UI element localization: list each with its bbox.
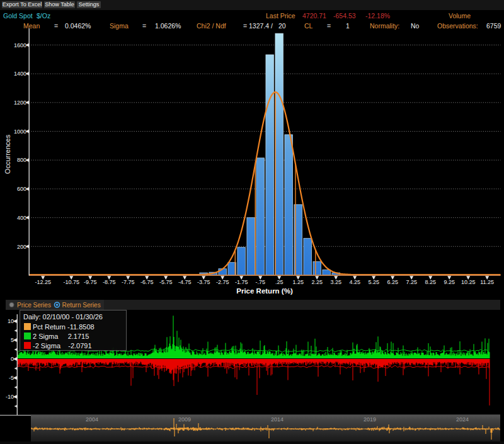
svg-text:2009: 2009 (178, 416, 191, 423)
svg-text:-12.18%: -12.18% (365, 12, 390, 20)
svg-text:1.0626%: 1.0626% (155, 22, 181, 30)
svg-text:-1.75: -1.75 (235, 279, 248, 285)
svg-text:Price Series: Price Series (17, 302, 51, 309)
svg-text:Price Return (%): Price Return (%) (236, 287, 293, 295)
svg-text:-2.75: -2.75 (216, 279, 229, 285)
svg-text:20: 20 (278, 22, 286, 30)
svg-text:200: 200 (17, 244, 26, 250)
svg-text:-5: -5 (9, 375, 14, 381)
svg-text:Gold Spot: Gold Spot (3, 12, 33, 20)
svg-text:Volume: Volume (449, 12, 471, 20)
svg-text:2024: 2024 (456, 416, 469, 423)
svg-text:10.25: 10.25 (461, 279, 476, 285)
svg-text:Return Series: Return Series (62, 302, 101, 309)
svg-text:1: 1 (346, 22, 350, 30)
svg-text:CL: CL (304, 22, 313, 30)
svg-text:800: 800 (17, 157, 26, 163)
svg-text:-10: -10 (6, 394, 14, 400)
svg-text:-7.75: -7.75 (122, 279, 135, 285)
svg-text:3.25: 3.25 (330, 279, 341, 285)
svg-text:2.25: 2.25 (311, 279, 323, 285)
svg-text:-8.75: -8.75 (103, 279, 116, 285)
svg-text:Occurrences: Occurrences (4, 134, 11, 174)
svg-text:=: = (327, 22, 331, 30)
svg-text:-12.25: -12.25 (35, 279, 51, 285)
svg-text:-.75: -.75 (255, 279, 265, 285)
svg-text:Chi2 / Ndf: Chi2 / Ndf (197, 22, 226, 30)
svg-text:Mean: Mean (23, 22, 40, 30)
svg-text:7.25: 7.25 (406, 279, 417, 285)
svg-text:11.25: 11.25 (480, 279, 494, 285)
svg-text:8.25: 8.25 (425, 279, 436, 285)
svg-text:-5.75: -5.75 (159, 279, 173, 285)
svg-text:.25: .25 (275, 279, 284, 285)
svg-text:9.25: 9.25 (444, 279, 455, 285)
svg-text:=: = (142, 22, 146, 30)
svg-text:5.25: 5.25 (368, 279, 379, 285)
svg-text:-2 Sigma -2.0791: -2 Sigma -2.0791 (33, 342, 92, 350)
svg-text:1400: 1400 (14, 71, 26, 77)
svg-text:600: 600 (17, 186, 26, 192)
svg-text:Normality:: Normality: (370, 22, 399, 30)
svg-text:0.0462%: 0.0462% (65, 22, 91, 30)
svg-text:Last Price: Last Price (266, 12, 295, 20)
svg-text:2 Sigma 2.1715: 2 Sigma 2.1715 (33, 333, 89, 340)
svg-text:-3.75: -3.75 (197, 279, 210, 285)
svg-text:=: = (54, 22, 58, 30)
svg-text:-9.75: -9.75 (84, 279, 97, 285)
svg-text:$/Oz: $/Oz (37, 12, 50, 20)
svg-text:1200: 1200 (14, 100, 26, 106)
svg-text:=: = (243, 22, 247, 30)
svg-text:6.25: 6.25 (387, 279, 398, 285)
svg-text:-4.75: -4.75 (178, 279, 192, 285)
svg-text:6759: 6759 (486, 22, 501, 30)
svg-text:1327.4 /: 1327.4 / (249, 22, 273, 30)
svg-text:-10.75: -10.75 (63, 279, 79, 285)
svg-text:Daily: 02/10/00 - 01/30/26: Daily: 02/10/00 - 01/30/26 (23, 313, 103, 321)
svg-text:1000: 1000 (14, 128, 26, 135)
svg-text:No: No (411, 22, 420, 30)
svg-text:2004: 2004 (86, 416, 98, 423)
svg-text:-654.53: -654.53 (333, 12, 356, 20)
svg-text:1600: 1600 (14, 42, 26, 48)
svg-text:10: 10 (8, 318, 14, 324)
svg-text:2014: 2014 (271, 416, 284, 423)
svg-text:4720.71: 4720.71 (302, 12, 326, 20)
svg-text:1.25: 1.25 (292, 279, 304, 285)
svg-text:400: 400 (17, 215, 26, 221)
svg-text:Pct Return -11.8508: Pct Return -11.8508 (33, 323, 94, 331)
svg-text:4.25: 4.25 (349, 279, 360, 285)
svg-text:Sigma: Sigma (110, 22, 129, 30)
svg-text:-6.75: -6.75 (140, 279, 154, 285)
svg-text:2019: 2019 (364, 416, 376, 423)
svg-text:Observations:: Observations: (437, 22, 478, 30)
